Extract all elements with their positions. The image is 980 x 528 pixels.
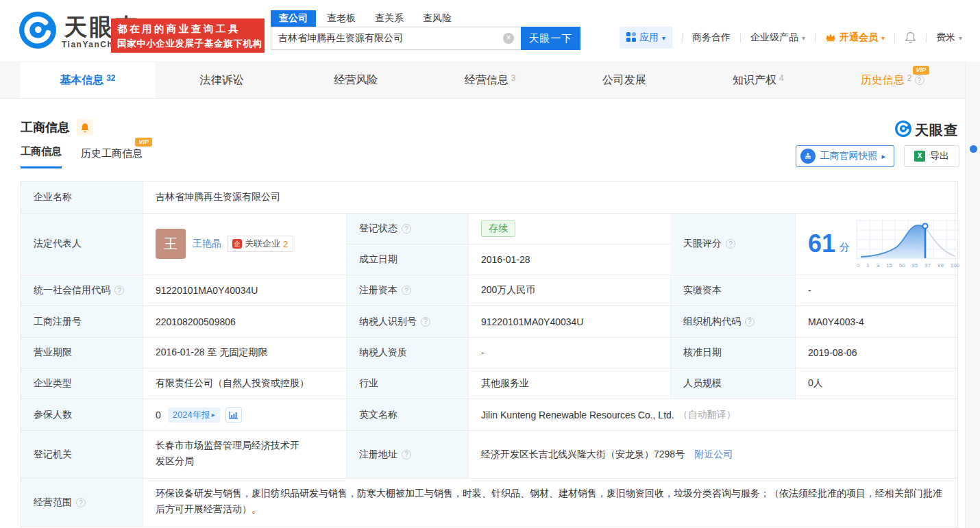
brand-watermark: 天眼查: [895, 121, 958, 140]
stamp-icon: [800, 149, 816, 164]
table-row-reg-authority: 登记机关 长春市市场监督管理局经济技术开发区分局 注册地址 ? 经济开发区长吉北…: [21, 431, 957, 479]
menu-apps[interactable]: 应用 ▾: [620, 27, 672, 49]
top-menu: 应用 ▾ 商务合作 企业级产品 ▾ 开通会员 ▾: [620, 25, 962, 50]
tab-operation-info-label: 经营信息: [465, 73, 509, 88]
tab-operation-info[interactable]: 经营信息 3: [423, 62, 557, 98]
search-submit-button[interactable]: 天眼一下: [521, 27, 580, 50]
search-tab-company[interactable]: 查公司: [271, 10, 316, 27]
help-icon[interactable]: ?: [915, 75, 924, 85]
annual-report-badge[interactable]: 2024年报 ▸: [168, 407, 220, 423]
subtab-history-business-info[interactable]: VIP 历史工商信息: [81, 147, 143, 168]
menu-cooperation[interactable]: 商务合作: [692, 32, 731, 44]
help-icon[interactable]: ?: [402, 224, 411, 234]
help-icon[interactable]: ?: [114, 286, 124, 295]
tab-basic-info-label: 基本信息: [60, 73, 103, 88]
section-title: 工商信息: [21, 119, 70, 136]
search-tab-boss[interactable]: 查老板: [319, 10, 364, 27]
clear-search-icon[interactable]: ×: [503, 33, 514, 44]
address-value: 经济开发区长吉北线兴隆大街（安龙泉）7298号: [481, 449, 685, 461]
tab-company-development-label: 公司发展: [602, 73, 646, 88]
taxpayer-id-value: 91220101MA0Y40034U: [469, 306, 671, 337]
related-companies-tag[interactable]: 企 关联企业 2: [227, 236, 293, 252]
help-icon[interactable]: ?: [76, 498, 86, 507]
reg-capital-label-cell: 注册资本 ?: [347, 275, 469, 305]
tab-company-development[interactable]: 公司发展: [557, 62, 691, 98]
search-tab-risk[interactable]: 查风险: [415, 10, 460, 27]
tab-count: 3: [511, 73, 516, 83]
help-icon[interactable]: ?: [421, 317, 430, 327]
approval-date-value: 2019-08-06: [796, 338, 959, 368]
taxpayer-id-label-cell: 纳税人识别号 ?: [347, 306, 469, 337]
menu-apps-label: 应用: [639, 32, 659, 44]
annual-report-label: 2024年报: [173, 409, 210, 421]
tab-intellectual-property[interactable]: 知识产权 4: [691, 62, 826, 98]
search-tab-relation[interactable]: 查关系: [367, 10, 412, 27]
tab-count: 32: [106, 73, 115, 83]
bell-icon: [905, 32, 916, 44]
approval-date-label: 核准日期: [671, 338, 796, 368]
official-snapshot-button[interactable]: 工商官网快照 ▸: [796, 145, 894, 167]
reg-status-label-cell: 登记状态 ?: [347, 214, 469, 244]
tab-basic-info[interactable]: 基本信息 32: [21, 62, 155, 98]
insured-trend-button[interactable]: [225, 407, 242, 423]
legal-rep-name-link[interactable]: 王艳晶: [193, 238, 221, 250]
paid-capital-label: 实缴资本: [671, 275, 796, 305]
search-area: 查公司 查老板 查关系 查风险 × 天眼一下: [271, 10, 580, 50]
export-button[interactable]: X 导出: [904, 145, 959, 167]
tab-history-info[interactable]: VIP 历史信息 2 ?: [825, 62, 959, 98]
status-date-block: 登记状态 ? 存续 成立日期 2016-01-28: [347, 214, 671, 275]
tab-legal-proceedings[interactable]: 法律诉讼: [155, 62, 289, 98]
org-code-label: 组织机构代码: [683, 316, 741, 328]
table-row-credit-code: 统一社会信用代码 ? 91220101MA0Y40034U 注册资本 ? 200…: [21, 275, 957, 306]
subtab-business-info[interactable]: 工商信息: [21, 145, 62, 168]
score-label-cell: 天眼评分 ?: [671, 214, 796, 274]
reg-capital-value: 200万人民币: [469, 275, 671, 305]
section-header: 工商信息 天眼查: [21, 99, 959, 140]
notification-bell[interactable]: [905, 32, 916, 44]
right-scroll-rail[interactable]: [965, 62, 980, 528]
excel-icon: X: [914, 151, 925, 162]
promo-banner[interactable]: 都在用的商业查询工具 国家中小企业发展子基金旗下机构: [111, 18, 265, 53]
legal-rep-avatar[interactable]: 王: [156, 229, 186, 259]
menu-divider: [740, 33, 741, 42]
company-name-value: 吉林省坤腾再生资源有限公司: [143, 181, 959, 213]
promo-line-2: 国家中小企业发展子基金旗下机构: [117, 36, 258, 51]
reg-authority-value: 长春市市场监督管理局经济技术开发区分局: [143, 431, 347, 478]
english-name-cell: Jilin Kunteng Renewable Resources Co., L…: [469, 399, 959, 430]
search-box: ×: [271, 27, 521, 50]
floating-widget-dot[interactable]: [970, 145, 977, 153]
reg-status-label: 登记状态: [359, 223, 397, 235]
company-type-label: 企业类型: [21, 368, 143, 399]
nearby-companies-link[interactable]: 附近公司: [694, 449, 733, 461]
menu-divider: [815, 33, 816, 42]
company-type-value: 有限责任公司（自然人投资或控股）: [143, 368, 347, 399]
chevron-down-icon: ▾: [959, 34, 962, 42]
org-code-label-cell: 组织机构代码 ?: [671, 306, 796, 337]
official-snapshot-label: 工商官网快照: [820, 150, 877, 162]
help-icon[interactable]: ?: [402, 286, 411, 295]
menu-enterprise[interactable]: 企业级产品 ▾: [750, 32, 805, 44]
menu-user[interactable]: 费米 ▾: [936, 32, 962, 44]
watermark-brand-name: 天眼查: [915, 121, 958, 140]
help-icon[interactable]: ?: [402, 450, 411, 460]
tab-count: 2: [907, 73, 912, 83]
arrow-right-icon: ▸: [212, 411, 215, 418]
legal-rep-label: 法定代表人: [21, 214, 143, 274]
related-company-icon: 企: [232, 239, 242, 249]
tab-operation-risk[interactable]: 经营风险: [289, 62, 423, 98]
app-grid-icon: [626, 32, 636, 44]
status-badge: 存续: [481, 221, 515, 237]
establish-date-row: 成立日期 2016-01-28: [347, 244, 671, 275]
address-label: 注册地址: [359, 449, 397, 461]
menu-open-vip[interactable]: 开通会员 ▾: [825, 32, 885, 44]
export-label: 导出: [930, 150, 949, 162]
industry-label: 行业: [347, 368, 469, 399]
search-input[interactable]: [271, 27, 521, 50]
taxpayer-id-label: 纳税人识别号: [359, 316, 417, 328]
arrow-right-icon: ▸: [881, 152, 885, 161]
address-cell: 经济开发区长吉北线兴隆大街（安龙泉）7298号 附近公司: [469, 431, 959, 478]
help-icon[interactable]: ?: [745, 317, 755, 327]
subscribe-bell-button[interactable]: [77, 119, 93, 136]
business-term-label: 营业期限: [21, 338, 143, 368]
help-icon[interactable]: ?: [726, 239, 735, 249]
